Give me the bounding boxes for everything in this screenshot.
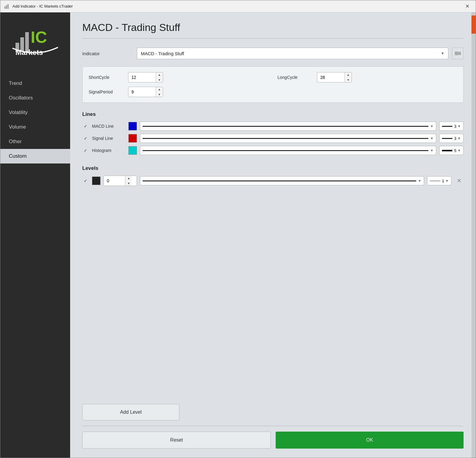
sidebar-item-volume[interactable]: Volume: [0, 120, 70, 134]
histogram-width-line: [442, 150, 452, 151]
sidebar-item-other[interactable]: Other: [0, 134, 70, 149]
video-icon: [455, 51, 461, 56]
scrollbar-thumb[interactable]: [471, 15, 476, 34]
sidebar-item-oscillators[interactable]: Oscillators: [0, 91, 70, 105]
param-row-signalperiod: SignalPeriod ▲ ▼: [89, 87, 268, 97]
macd-line-style-arrow: ▼: [430, 124, 433, 128]
histogram-color[interactable]: [128, 146, 137, 155]
params-grid: ShortCycle ▲ ▼ LongCycle: [89, 72, 457, 97]
longcycle-label: LongCycle: [277, 75, 317, 80]
histogram-style[interactable]: ▼: [140, 146, 436, 155]
sidebar-item-custom[interactable]: Custom: [0, 149, 70, 163]
longcycle-down[interactable]: ▼: [345, 77, 352, 83]
add-level-button[interactable]: Add Level: [82, 404, 179, 420]
signal-line-row: ✓ Signal Line ▼ 3 ▼: [82, 134, 464, 143]
signal-line-style[interactable]: ▼: [140, 134, 436, 143]
app-window: Add Indicator - IC Markets cTrader ✕ IC …: [0, 0, 476, 458]
lines-section: Lines ✓ MACD Line ▼ 3 ▼: [82, 111, 464, 158]
main-panel: MACD - Trading Stuff Indicator MACD - Tr…: [70, 12, 476, 458]
macd-line-width-value: 3: [454, 124, 456, 129]
macd-line-style[interactable]: ▼: [140, 122, 436, 131]
shortcycle-label: ShortCycle: [89, 75, 128, 80]
signal-line-width-line: [442, 138, 452, 139]
sidebar-item-volatility[interactable]: Volatility: [0, 105, 70, 120]
shortcycle-input[interactable]: [128, 72, 156, 82]
histogram-checkbox[interactable]: ✓: [82, 147, 89, 154]
param-row-shortcycle: ShortCycle ▲ ▼: [89, 72, 268, 83]
level-0-down[interactable]: ▼: [125, 181, 132, 186]
macd-line-style-line: [143, 126, 428, 127]
level-0-checkbox[interactable]: ✓: [82, 177, 89, 184]
lines-title: Lines: [82, 111, 464, 117]
signalperiod-up[interactable]: ▲: [156, 87, 163, 92]
level-0-delete[interactable]: ✕: [454, 176, 464, 185]
bottom-area: Add Level Reset OK: [70, 404, 476, 458]
shortcycle-down[interactable]: ▼: [156, 77, 163, 83]
ok-button[interactable]: OK: [276, 432, 464, 449]
level-0-style[interactable]: ▼: [140, 176, 424, 185]
close-button[interactable]: ✕: [462, 2, 472, 11]
shortcycle-up[interactable]: ▲: [156, 72, 163, 77]
svg-rect-2: [8, 4, 8, 9]
signal-line-checkbox[interactable]: ✓: [82, 135, 89, 142]
title-bar: Add Indicator - IC Markets cTrader ✕: [0, 0, 476, 12]
scrollbar[interactable]: [471, 12, 476, 458]
sidebar-item-trend[interactable]: Trend: [0, 76, 70, 91]
level-0-width-value: 1: [442, 179, 444, 183]
svg-text:IC: IC: [31, 28, 47, 46]
signal-line-style-line: [143, 138, 428, 139]
signal-line-style-arrow: ▼: [430, 136, 433, 140]
signalperiod-input-wrap: ▲ ▼: [128, 87, 163, 97]
histogram-style-arrow: ▼: [430, 149, 433, 152]
level-0-input[interactable]: [104, 176, 125, 186]
signal-line-color[interactable]: [128, 134, 137, 143]
sidebar: IC Markets Trend Oscillators Volatility …: [0, 12, 70, 458]
level-0-spinners: ▲ ▼: [125, 176, 132, 186]
signalperiod-down[interactable]: ▼: [156, 92, 163, 97]
macd-line-row: ✓ MACD Line ▼ 3 ▼: [82, 122, 464, 131]
svg-marker-9: [459, 51, 461, 56]
svg-rect-8: [455, 52, 459, 55]
signal-line-width[interactable]: 3 ▼: [439, 134, 464, 143]
bottom-divider: [82, 426, 464, 426]
histogram-width-value: 5: [454, 148, 456, 153]
page-title: MACD - Trading Stuff: [82, 22, 464, 33]
ic-markets-logo: IC Markets: [9, 25, 61, 61]
level-0-color[interactable]: [92, 177, 100, 185]
level-0-style-arrow: ▼: [418, 179, 421, 183]
longcycle-input[interactable]: [317, 72, 345, 82]
indicator-row: Indicator MACD - Trading Stuff ▼: [82, 48, 464, 59]
shortcycle-input-wrap: ▲ ▼: [128, 72, 163, 83]
svg-rect-1: [6, 5, 7, 9]
histogram-width-arrow: ▼: [457, 149, 461, 152]
app-icon: [4, 3, 10, 9]
macd-line-label: MACD Line: [92, 124, 125, 129]
footer-buttons: Reset OK: [82, 432, 464, 449]
nav-items: Trend Oscillators Volatility Volume Othe…: [0, 76, 70, 163]
macd-line-color[interactable]: [128, 122, 137, 130]
logo-area: IC Markets: [6, 19, 64, 67]
macd-line-checkbox[interactable]: ✓: [82, 123, 89, 130]
level-0-row: ✓ ▲ ▼ ▼: [82, 176, 464, 186]
indicator-select[interactable]: MACD - Trading Stuff ▼: [137, 48, 448, 59]
signalperiod-input[interactable]: [128, 87, 156, 97]
level-0-width[interactable]: 1 ▼: [427, 176, 451, 185]
video-button[interactable]: [452, 48, 464, 59]
macd-line-width-line: [442, 126, 452, 127]
longcycle-spinners: ▲ ▼: [345, 72, 352, 83]
levels-title: Levels: [82, 165, 464, 171]
histogram-row: ✓ Histogram ▼ 5 ▼: [82, 146, 464, 155]
svg-rect-0: [5, 6, 5, 9]
spacer: [82, 196, 464, 404]
signal-line-width-arrow: ▼: [457, 136, 461, 140]
histogram-width[interactable]: 5 ▼: [439, 146, 464, 155]
level-0-up[interactable]: ▲: [125, 176, 132, 181]
macd-line-width-arrow: ▼: [457, 124, 461, 128]
level-0-value-wrap: ▲ ▼: [104, 176, 137, 186]
reset-button[interactable]: Reset: [82, 432, 271, 449]
indicator-label: Indicator: [82, 51, 137, 56]
signalperiod-spinners: ▲ ▼: [156, 87, 163, 97]
title-divider: [82, 38, 464, 39]
longcycle-up[interactable]: ▲: [345, 72, 352, 77]
macd-line-width[interactable]: 3 ▼: [439, 122, 464, 131]
